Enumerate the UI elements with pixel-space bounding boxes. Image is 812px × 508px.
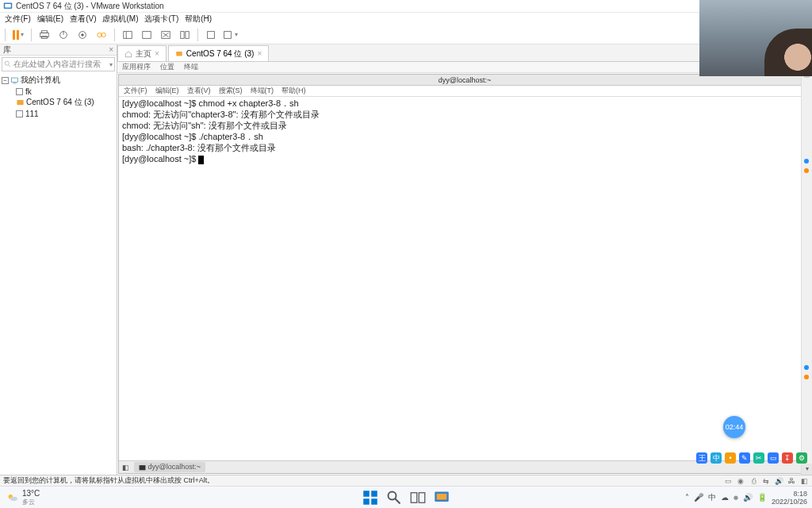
- ime-icon[interactable]: ✂: [753, 452, 764, 464]
- tray-onedrive-icon[interactable]: ☁: [721, 493, 729, 502]
- guest-titlebar: dyy@localhost:~: [119, 75, 810, 86]
- svg-point-8: [81, 33, 84, 37]
- tree-item-fk[interactable]: fk: [2, 86, 115, 97]
- device-icon[interactable]: 🔊: [774, 476, 783, 486]
- search-placeholder: 在此处键入内容进行搜索: [13, 59, 109, 70]
- vm-area: 主页 × CentOS 7 64 位 (3) × 应用程序 位置 终端 dyy@…: [117, 44, 812, 475]
- task-view-icon[interactable]: [410, 490, 426, 506]
- device-icon[interactable]: ◉: [736, 476, 745, 486]
- ime-icon[interactable]: ↧: [782, 452, 793, 464]
- svg-rect-37: [437, 494, 447, 500]
- ime-icon[interactable]: •: [725, 452, 736, 464]
- print-icon[interactable]: [36, 27, 52, 43]
- svg-line-33: [395, 498, 400, 503]
- guest-menu-view[interactable]: 查看(V): [187, 86, 211, 96]
- menu-tabs[interactable]: 选项卡(T): [144, 13, 178, 25]
- device-icon[interactable]: ◧: [799, 476, 809, 486]
- ime-icon[interactable]: ✎: [739, 452, 750, 464]
- scrollbar[interactable]: ▴ ▾: [801, 44, 812, 475]
- vm-tab-icon: [175, 50, 183, 58]
- guest-menu-search[interactable]: 搜索(S): [219, 86, 243, 96]
- search-dropdown-icon[interactable]: ▾: [109, 61, 113, 68]
- snapshot-icon[interactable]: [75, 27, 90, 43]
- device-icon[interactable]: ▭: [723, 476, 733, 486]
- tray-chevron-icon[interactable]: ˄: [685, 493, 689, 502]
- gnome-apps[interactable]: 应用程序: [122, 62, 151, 72]
- guest-task-terminal[interactable]: dyy@localhost:~: [134, 462, 205, 471]
- webcam-overlay: [699, 0, 812, 76]
- taskbar-clock[interactable]: 8:18 2022/10/26: [772, 490, 807, 506]
- vm-icon: [16, 98, 25, 107]
- extra-icon-1[interactable]: [203, 27, 219, 43]
- svg-point-32: [389, 491, 396, 499]
- menu-vm[interactable]: 虚拟机(M): [102, 13, 138, 25]
- library-header: 库 ×: [0, 44, 117, 56]
- svg-rect-34: [411, 492, 417, 502]
- view-single-icon[interactable]: [120, 27, 136, 43]
- scroll-down-icon[interactable]: ▾: [802, 464, 812, 475]
- tree-collapse-icon[interactable]: −: [2, 77, 9, 84]
- edge-markers: [802, 365, 810, 379]
- tray-wifi-icon[interactable]: ⎈: [733, 493, 738, 502]
- svg-rect-13: [143, 31, 151, 38]
- snapshot-manager-icon[interactable]: [94, 27, 109, 43]
- ime-icon[interactable]: 中: [710, 452, 722, 464]
- tree-root[interactable]: − 我的计算机: [2, 75, 115, 86]
- tree-item-111[interactable]: 111: [2, 108, 115, 119]
- library-tree: − 我的计算机 fk CentOS 7 64 位 (3) 111: [0, 73, 117, 121]
- checkbox-icon[interactable]: [16, 110, 23, 117]
- svg-rect-23: [17, 100, 23, 105]
- svg-rect-11: [124, 31, 132, 38]
- start-button[interactable]: [362, 490, 378, 506]
- menu-edit[interactable]: 编辑(E): [37, 13, 63, 25]
- guest-menu-terminal[interactable]: 终端(T): [251, 86, 274, 96]
- tray-battery-icon[interactable]: 🔋: [757, 493, 767, 502]
- tree-item-centos[interactable]: CentOS 7 64 位 (3): [2, 97, 115, 108]
- ime-icon[interactable]: ▭: [768, 452, 779, 464]
- tray-ime-icon[interactable]: 中: [708, 492, 716, 503]
- device-icon[interactable]: ⎙: [749, 476, 758, 486]
- tray-volume-icon[interactable]: 🔊: [743, 493, 753, 502]
- guest-show-apps-icon[interactable]: ◧: [122, 464, 129, 471]
- guest-menu-help[interactable]: 帮助(H): [282, 86, 306, 96]
- checkbox-icon[interactable]: [16, 88, 23, 95]
- tray-mic-icon[interactable]: 🎤: [694, 493, 703, 502]
- terminal[interactable]: [dyy@localhost ~]$ chmod +x chapter3-8．s…: [119, 97, 810, 460]
- taskbar-vmware-icon[interactable]: [434, 490, 450, 506]
- view-unity-icon[interactable]: [177, 27, 193, 43]
- guest-menu-edit[interactable]: 编辑(E): [155, 86, 179, 96]
- system-tray: ˄ 🎤 中 ☁ ⎈ 🔊 🔋 8:18 2022/10/26: [685, 490, 812, 506]
- pause-button[interactable]: ▾: [10, 27, 26, 43]
- ime-icon[interactable]: ⚙: [796, 452, 807, 464]
- windows-taskbar: 13°C 多云 ˄ 🎤 中 ☁ ⎈ 🔊 🔋 8:18 2022/10/26: [0, 486, 812, 508]
- tab-centos[interactable]: CentOS 7 64 位 (3) ×: [168, 45, 269, 61]
- svg-rect-31: [371, 498, 377, 505]
- cursor-icon: [198, 156, 204, 164]
- power-icon[interactable]: [56, 27, 71, 43]
- taskbar-search-icon[interactable]: [386, 490, 402, 506]
- device-icon[interactable]: 🖧: [787, 476, 796, 486]
- svg-rect-17: [208, 31, 215, 38]
- condition: 多云: [22, 498, 40, 506]
- gnome-terminal[interactable]: 终端: [184, 62, 198, 72]
- svg-point-10: [102, 33, 105, 37]
- ime-toolbar: 王 中 • ✎ ✂ ▭ ↧ ⚙: [696, 452, 807, 464]
- floating-timer[interactable]: 02:44: [723, 416, 745, 438]
- view-fullscreen-icon[interactable]: [139, 27, 155, 43]
- ime-icon[interactable]: 王: [696, 452, 707, 464]
- guest-menu-file[interactable]: 文件(F): [124, 86, 147, 96]
- menu-view[interactable]: 查看(V): [70, 13, 96, 25]
- library-search[interactable]: 在此处键入内容进行搜索 ▾: [2, 57, 115, 71]
- tab-close-icon[interactable]: ×: [257, 49, 262, 58]
- menu-help[interactable]: 帮助(H): [185, 13, 212, 25]
- device-icon[interactable]: ⇆: [761, 476, 771, 486]
- gnome-places[interactable]: 位置: [160, 62, 174, 72]
- svg-rect-21: [11, 78, 17, 83]
- library-close-icon[interactable]: ×: [109, 45, 113, 54]
- menu-file[interactable]: 文件(F): [5, 13, 31, 25]
- taskbar-weather[interactable]: 13°C 多云: [0, 489, 40, 506]
- view-stretch-icon[interactable]: [158, 27, 174, 43]
- extra-icon-2[interactable]: ▾: [222, 27, 238, 43]
- tab-home[interactable]: 主页 ×: [117, 45, 167, 61]
- tab-close-icon[interactable]: ×: [155, 49, 159, 58]
